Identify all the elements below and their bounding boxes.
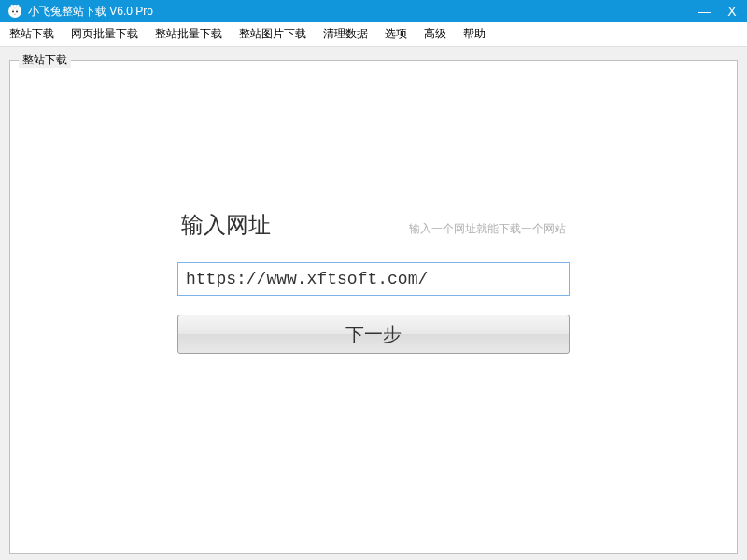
menu-options[interactable]: 选项 bbox=[385, 26, 407, 42]
svg-point-3 bbox=[12, 11, 14, 13]
minimize-button[interactable]: — bbox=[697, 5, 712, 18]
url-form: 输入网址 输入一个网址就能下载一个网站 下一步 bbox=[177, 210, 570, 354]
url-input[interactable] bbox=[177, 262, 570, 296]
svg-point-0 bbox=[8, 5, 21, 18]
menu-page-batch-download[interactable]: 网页批量下载 bbox=[71, 26, 138, 42]
menu-site-batch-download[interactable]: 整站批量下载 bbox=[155, 26, 222, 42]
menu-advanced[interactable]: 高级 bbox=[424, 26, 446, 42]
menu-clear-data[interactable]: 清理数据 bbox=[323, 26, 368, 42]
titlebar: 小飞兔整站下载 V6.0 Pro — X bbox=[0, 0, 747, 22]
active-tab-label: 整站下载 bbox=[19, 52, 71, 68]
close-button[interactable]: X bbox=[725, 5, 740, 18]
form-title: 输入网址 bbox=[181, 210, 271, 240]
main-panel: 输入网址 输入一个网址就能下载一个网站 下一步 bbox=[9, 60, 738, 554]
menu-help[interactable]: 帮助 bbox=[463, 26, 486, 42]
window-controls: — X bbox=[697, 5, 740, 18]
menu-full-site-download[interactable]: 整站下载 bbox=[9, 26, 54, 42]
app-icon bbox=[7, 4, 22, 19]
menu-site-image-download[interactable]: 整站图片下载 bbox=[239, 26, 306, 42]
form-header: 输入网址 输入一个网址就能下载一个网站 bbox=[177, 210, 570, 240]
menubar: 整站下载 网页批量下载 整站批量下载 整站图片下载 清理数据 选项 高级 帮助 bbox=[0, 22, 747, 47]
content-area: 整站下载 输入网址 输入一个网址就能下载一个网站 下一步 bbox=[0, 47, 747, 560]
window-title: 小飞兔整站下载 V6.0 Pro bbox=[28, 4, 697, 20]
next-button[interactable]: 下一步 bbox=[177, 315, 570, 354]
form-hint: 输入一个网址就能下载一个网站 bbox=[409, 221, 566, 237]
svg-point-4 bbox=[16, 11, 18, 13]
